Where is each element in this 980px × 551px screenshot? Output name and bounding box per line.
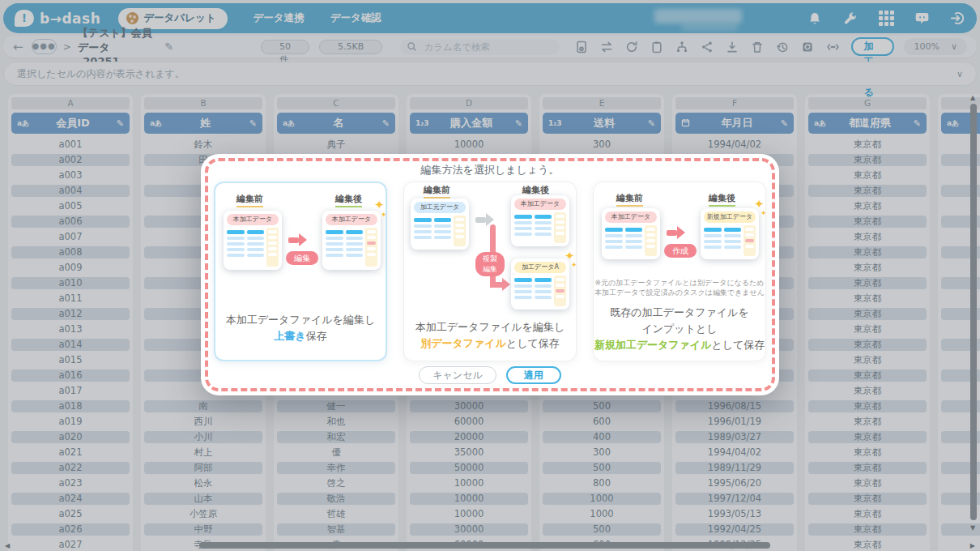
mini-table-copy: 加工データA	[511, 258, 569, 310]
mini-table-after: 本加工データ	[322, 211, 381, 270]
create-action-pill: 作成	[664, 244, 697, 258]
edit-action-pill: 編集	[286, 251, 318, 265]
option1-caption-line2: 上書き保存	[215, 329, 386, 344]
option3-caption-line2: インプットとし	[594, 322, 765, 336]
mini-table-before: 本加工データ	[224, 211, 282, 270]
option3-note-line2: 本加工データで設定済みのタスクは編集できません	[594, 288, 765, 298]
option3-caption-line1: 既存の加工データファイルを	[594, 305, 765, 320]
option2-caption-line2: 別データファイルとして保存	[404, 336, 576, 351]
cancel-button[interactable]: キャンセル	[419, 366, 496, 384]
before-label: 編集前	[616, 192, 643, 207]
option-card-overwrite[interactable]: 編集前 編集後 本加工データ 編集 本加工データ ✦ ✦ 本加工データファイルを…	[214, 182, 387, 361]
arrow-right-icon	[667, 226, 685, 239]
after-label: 編集後	[709, 192, 735, 207]
dialog-title: 編集方法を選択しましょう。	[201, 163, 779, 177]
sparkle-icon: ✦	[571, 261, 577, 269]
apply-button[interactable]: 適用	[506, 366, 561, 384]
after-label: 編集後	[335, 193, 362, 207]
option-card-save-as-other[interactable]: 編集前 編集後 加工元データ 複製編集 本加工データ 加工データA ✦ ✦ 本加…	[403, 182, 577, 361]
option1-caption-line1: 本加工データファイルを編集し	[215, 313, 386, 327]
option2-caption-line1: 本加工データファイルを編集し	[404, 320, 576, 335]
mini-table-after: 新規加工データ	[701, 208, 759, 259]
mini-table-source: 加工元データ	[411, 199, 469, 250]
before-label: 編集前	[424, 184, 450, 199]
mini-table-main: 本加工データ	[511, 195, 569, 246]
arrow-right-icon	[288, 233, 307, 246]
duplicate-edit-action-pill: 複製編集	[475, 252, 505, 276]
sparkle-icon: ✦	[761, 209, 767, 217]
edit-method-dialog: 編集方法を選択しましょう。 編集前 編集後 本加工データ 編集 本加工データ ✦…	[201, 154, 779, 395]
option-card-new-file[interactable]: 編集前 編集後 本加工データ 作成 新規加工データ ✦ ✦ ※元の加工データファ…	[593, 182, 766, 361]
option3-caption-line3: 新規加工データファイルとして保存	[594, 338, 765, 352]
sparkle-icon: ✦	[381, 211, 387, 219]
before-label: 編集前	[236, 193, 263, 207]
mini-table-before: 本加工データ	[602, 208, 660, 259]
